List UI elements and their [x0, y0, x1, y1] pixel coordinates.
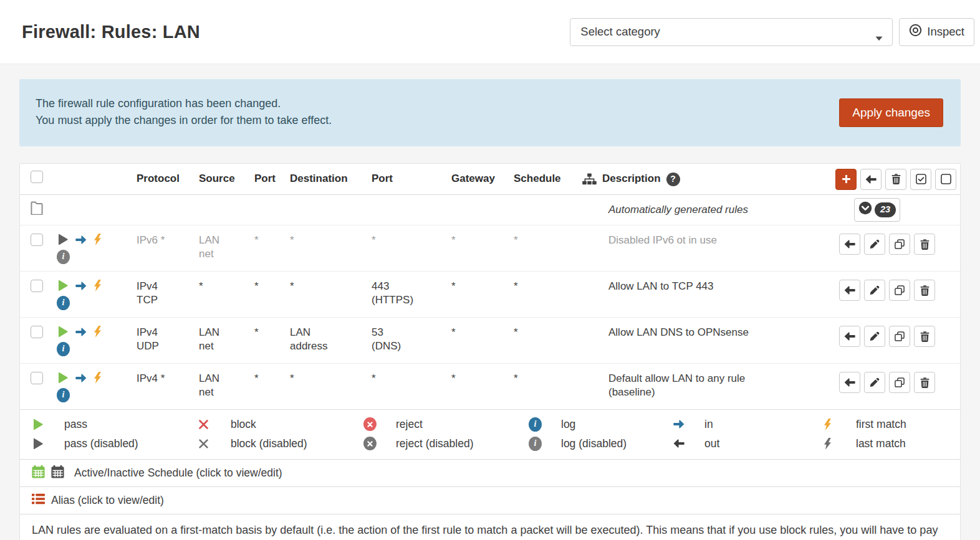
clone-rule-button[interactable]	[889, 280, 910, 301]
col-destination: Destination	[290, 172, 372, 186]
row-select-checkbox[interactable]	[31, 326, 43, 338]
legend-in: in	[704, 418, 713, 431]
rule-dest-port: 443 (HTTPS)	[372, 280, 420, 308]
log-icon: i	[57, 342, 70, 356]
rule-protocol: IPv4 *	[137, 372, 183, 386]
legend-last-match: last match	[856, 437, 906, 450]
log-icon: i	[57, 296, 70, 310]
calendar-inactive-icon	[51, 465, 64, 481]
schedule-note-label: Active/Inactive Schedule (click to view/…	[74, 467, 282, 480]
rules-footer-note: LAN rules are evaluated on a first-match…	[20, 514, 960, 540]
page-title: Firewall: Rules: LAN	[22, 22, 200, 42]
schedule-note-row: Active/Inactive Schedule (click to view/…	[20, 459, 960, 486]
last-match-icon	[822, 438, 847, 450]
move-rule-button[interactable]	[839, 280, 860, 301]
rule-schedule: *	[514, 372, 582, 386]
delete-rule-button[interactable]	[914, 280, 935, 301]
rule-source: LAN net	[199, 326, 235, 354]
legend: pass pass (disabled) block block (disabl…	[20, 409, 960, 459]
rule-dest-port: *	[372, 372, 420, 386]
rule-gateway: *	[451, 326, 514, 339]
reject-icon	[362, 417, 387, 431]
alias-note-row: Alias (click to view/edit)	[20, 486, 960, 514]
log-icon: i	[527, 417, 552, 432]
rule-destination: *	[290, 280, 329, 293]
category-select-value: Select category	[580, 25, 660, 39]
clone-rule-button[interactable]	[889, 234, 910, 255]
alert-line2: You must apply the changes in order for …	[36, 112, 961, 129]
delete-selected-button[interactable]	[885, 169, 906, 190]
enable-selected-button[interactable]	[910, 169, 931, 190]
col-source: Source	[199, 172, 254, 186]
add-rule-button[interactable]	[835, 169, 857, 190]
rule-schedule: *	[514, 326, 582, 339]
pass-icon	[31, 419, 55, 430]
legend-block-disabled: block (disabled)	[231, 437, 307, 450]
legend-reject: reject	[396, 418, 423, 431]
first-match-icon	[94, 326, 102, 338]
auto-rules-count-badge: 23	[875, 202, 896, 217]
col-port2: Port	[372, 172, 451, 186]
rule-source: *	[199, 280, 235, 293]
log-disabled-icon: i	[57, 250, 70, 264]
rule-description: Allow LAN DNS to OPNsense	[582, 326, 795, 339]
edit-rule-button[interactable]	[864, 326, 885, 347]
category-select[interactable]: Select category	[570, 18, 893, 46]
rule-gateway: *	[451, 234, 514, 247]
legend-out: out	[704, 437, 719, 450]
legend-reject-disabled: reject (disabled)	[396, 437, 474, 450]
select-all-checkbox[interactable]	[31, 171, 43, 183]
alert-line1: The firewall rule configuration has been…	[36, 95, 961, 112]
rule-destination: *	[290, 372, 329, 386]
alias-note-label: Alias (click to view/edit)	[51, 494, 164, 507]
folder-icon	[31, 201, 43, 215]
delete-rule-button[interactable]	[914, 326, 935, 347]
rule-source: LAN net	[199, 372, 235, 400]
row-select-checkbox[interactable]	[31, 372, 43, 384]
first-match-icon	[94, 234, 102, 245]
apply-changes-alert: The firewall rule configuration has been…	[19, 79, 961, 146]
move-rule-button[interactable]	[839, 234, 860, 255]
rule-protocol: IPv4 UDP	[137, 326, 183, 354]
apply-changes-button[interactable]: Apply changes	[839, 98, 943, 127]
pass-icon	[57, 372, 69, 384]
first-match-icon	[94, 280, 102, 291]
rule-port: *	[254, 372, 290, 386]
row-select-checkbox[interactable]	[31, 280, 43, 292]
row-select-checkbox[interactable]	[31, 234, 43, 246]
direction-in-icon	[74, 235, 88, 245]
edit-rule-button[interactable]	[864, 280, 885, 301]
rules-table: Protocol Source Port Destination Port Ga…	[19, 163, 961, 540]
rule-description: Allow LAN to TCP 443	[582, 280, 795, 293]
rule-description: Default allow LAN to any rule (baseline)	[582, 372, 795, 400]
move-rule-button[interactable]	[839, 326, 860, 347]
edit-rule-button[interactable]	[864, 372, 885, 393]
col-description: Description	[602, 172, 661, 186]
rule-destination: LAN address	[290, 326, 329, 354]
col-port: Port	[254, 172, 290, 186]
rule-dest-port: *	[372, 234, 420, 247]
rule-source: LAN net	[199, 234, 235, 262]
toggle-auto-rules-button[interactable]: 23	[854, 198, 900, 222]
rule-row: i IPv4 TCP * * * 443 (HTTPS) * * Allow L…	[20, 271, 960, 317]
description-help-icon[interactable]: ?	[666, 173, 680, 186]
edit-rule-button[interactable]	[864, 234, 885, 255]
auto-rules-group-row: Automatically generated rules 23	[20, 195, 960, 225]
col-schedule: Schedule	[514, 172, 582, 186]
block-icon	[197, 419, 222, 430]
disable-selected-button[interactable]	[935, 169, 956, 190]
rule-port: *	[254, 234, 290, 247]
rule-description: Disabled IPv6 ot in use	[582, 234, 795, 247]
move-rule-button[interactable]	[839, 372, 860, 393]
inspect-button[interactable]: Inspect	[899, 18, 974, 46]
first-match-icon	[94, 372, 102, 384]
direction-out-icon	[671, 438, 696, 448]
caret-down-icon	[875, 31, 883, 44]
clone-rule-button[interactable]	[889, 372, 910, 393]
clone-rule-button[interactable]	[889, 326, 910, 347]
delete-rule-button[interactable]	[914, 372, 935, 393]
move-selected-button[interactable]	[860, 169, 882, 190]
inspect-eye-icon	[909, 24, 922, 40]
rule-dest-port: 53 (DNS)	[372, 326, 420, 354]
delete-rule-button[interactable]	[914, 234, 935, 255]
